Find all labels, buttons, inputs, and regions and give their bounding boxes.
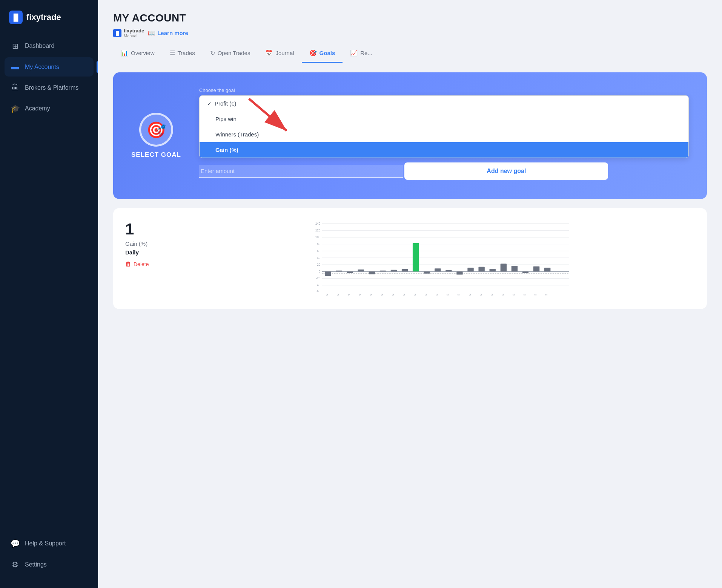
sidebar-label-brokers: Brokers & Platforms xyxy=(25,84,78,91)
open-trades-tab-icon: ↻ xyxy=(210,49,215,57)
academy-icon: 🎓 xyxy=(11,104,20,113)
svg-rect-31 xyxy=(402,269,408,271)
bar-chart-container: 140 120 100 80 60 40 20 0 -20 -40 -60 xyxy=(183,220,695,297)
tab-trades-label: Trades xyxy=(178,50,195,56)
sidebar-label-help: Help & Support xyxy=(25,540,66,547)
learn-more-link[interactable]: 📖 Learn more xyxy=(148,29,188,37)
main-content: MY ACCOUNT ▐▌ fixytrade Manual 📖 Learn m… xyxy=(98,0,722,588)
svg-text:10/03/2022: 10/03/2022 xyxy=(326,294,328,296)
svg-text:11/03/2022: 11/03/2022 xyxy=(336,294,339,296)
svg-rect-35 xyxy=(445,270,452,272)
svg-text:100: 100 xyxy=(315,236,321,239)
sidebar-item-brokers-platforms[interactable]: 🏛 Brokers & Platforms xyxy=(5,78,94,97)
delete-button[interactable]: 🗑 Delete xyxy=(125,261,171,268)
tab-reports[interactable]: 📈 Re... xyxy=(343,44,380,63)
trades-tab-icon: ☰ xyxy=(170,49,175,57)
tab-open-trades[interactable]: ↻ Open Trades xyxy=(203,44,258,63)
tab-trades[interactable]: ☰ Trades xyxy=(162,44,203,63)
breadcrumb-logo: ▐▌ fixytrade Manual xyxy=(113,28,144,38)
svg-rect-32 xyxy=(413,243,419,271)
svg-text:01/04/2022: 01/04/2022 xyxy=(501,294,504,296)
sidebar-label-academy: Academy xyxy=(25,105,50,112)
chart-value: 1 xyxy=(125,220,171,238)
svg-rect-29 xyxy=(380,271,386,272)
sidebar-item-settings[interactable]: ⚙ Settings xyxy=(5,555,94,574)
svg-text:20: 20 xyxy=(317,263,321,266)
goal-circle-icon: 🎯 xyxy=(139,113,173,147)
svg-text:31/03/2022: 31/03/2022 xyxy=(490,294,493,296)
nav-items: ⊞ Dashboard ▬ My Accounts 🏛 Brokers & Pl… xyxy=(0,36,98,528)
svg-rect-38 xyxy=(478,267,484,272)
dropdown-option-winners[interactable]: Winners (Trades) xyxy=(200,127,688,142)
tabs-row: 📊 Overview ☰ Trades ↻ Open Trades 📅 Jour… xyxy=(98,44,722,63)
check-icon: ✓ xyxy=(207,101,212,107)
tab-overview[interactable]: 📊 Overview xyxy=(113,44,162,63)
svg-text:-40: -40 xyxy=(316,283,321,287)
amount-input[interactable] xyxy=(199,165,403,178)
bar-chart-svg: 140 120 100 80 60 40 20 0 -20 -40 -60 xyxy=(183,220,695,296)
goals-tab-icon: 🎯 xyxy=(309,49,317,57)
settings-icon: ⚙ xyxy=(11,560,20,569)
svg-text:0: 0 xyxy=(319,270,321,273)
svg-rect-26 xyxy=(347,271,353,273)
option-gain-label: Gain (%) xyxy=(215,147,238,153)
tab-journal[interactable]: 📅 Journal xyxy=(258,44,301,63)
svg-rect-24 xyxy=(325,271,331,276)
svg-rect-40 xyxy=(501,263,507,271)
tab-journal-label: Journal xyxy=(275,50,294,56)
svg-rect-25 xyxy=(336,271,342,272)
option-pips-label: Pips win xyxy=(215,116,237,122)
tab-reports-label: Re... xyxy=(360,50,372,56)
dropdown-option-profit[interactable]: ✓ Profit (€) xyxy=(200,96,688,111)
delete-label: Delete xyxy=(134,261,149,267)
dropdown-option-gain[interactable]: Gain (%) xyxy=(200,142,688,158)
sidebar-item-my-accounts[interactable]: ▬ My Accounts xyxy=(5,57,94,77)
svg-text:21/03/2022: 21/03/2022 xyxy=(402,294,405,296)
svg-rect-41 xyxy=(512,266,518,271)
svg-text:80: 80 xyxy=(317,242,321,246)
svg-rect-36 xyxy=(456,271,462,274)
target-icon: 🎯 xyxy=(146,121,166,139)
sidebar-item-academy[interactable]: 🎓 Academy xyxy=(5,99,94,118)
svg-rect-34 xyxy=(435,268,441,271)
svg-text:140: 140 xyxy=(315,222,321,225)
goal-right: Choose the goal ✓ Profit (€) Pips win xyxy=(199,87,689,184)
journal-tab-icon: 📅 xyxy=(265,49,273,57)
svg-text:40: 40 xyxy=(317,256,321,260)
tab-open-trades-label: Open Trades xyxy=(218,50,250,56)
option-profit-label: Profit (€) xyxy=(215,100,237,107)
tab-overview-label: Overview xyxy=(131,50,155,56)
goal-left: 🎯 SELECT GOAL xyxy=(131,113,181,159)
chart-period: Daily xyxy=(125,249,171,256)
brokers-icon: 🏛 xyxy=(11,83,20,92)
breadcrumb-logo-icon: ▐▌ xyxy=(113,29,121,37)
sidebar-item-dashboard[interactable]: ⊞ Dashboard xyxy=(5,36,94,56)
goal-dropdown[interactable]: ✓ Profit (€) Pips win Winners (Trades) xyxy=(199,95,689,158)
svg-text:10/10/2022: 10/10/2022 xyxy=(534,294,537,296)
svg-text:25/03/2022: 25/03/2022 xyxy=(446,294,449,296)
svg-text:17/03/2022: 17/03/2022 xyxy=(381,294,383,296)
sidebar-label-dashboard: Dashboard xyxy=(25,43,54,49)
add-goal-button[interactable]: Add new goal xyxy=(404,162,608,180)
accounts-icon: ▬ xyxy=(11,63,20,71)
svg-text:15/03/2022: 15/03/2022 xyxy=(359,294,361,296)
tab-goals[interactable]: 🎯 Goals xyxy=(302,44,343,63)
svg-text:-20: -20 xyxy=(316,277,321,280)
main-content-area: 🎯 SELECT GOAL Choose the goal ✓ Profit (… xyxy=(98,72,722,324)
trash-icon: 🗑 xyxy=(125,261,131,268)
svg-text:21/10/2022: 21/10/2022 xyxy=(545,294,548,296)
dropdown-option-pips-win[interactable]: Pips win xyxy=(200,111,688,127)
chart-left: 1 Gain (%) Daily 🗑 Delete xyxy=(125,220,171,268)
svg-text:24/03/2022: 24/03/2022 xyxy=(435,294,438,296)
sidebar-label-my-accounts: My Accounts xyxy=(25,64,59,70)
reports-tab-icon: 📈 xyxy=(350,49,358,57)
svg-text:23/03/2022: 23/03/2022 xyxy=(424,294,427,296)
svg-rect-33 xyxy=(424,271,430,273)
sidebar-item-help-support[interactable]: 💬 Help & Support xyxy=(5,534,94,553)
svg-text:28/03/2022: 28/03/2022 xyxy=(457,294,460,296)
overview-tab-icon: 📊 xyxy=(121,49,128,57)
svg-rect-39 xyxy=(490,269,496,271)
svg-text:30/03/2022: 30/03/2022 xyxy=(479,294,482,296)
svg-rect-30 xyxy=(391,270,397,272)
svg-rect-27 xyxy=(358,270,364,271)
